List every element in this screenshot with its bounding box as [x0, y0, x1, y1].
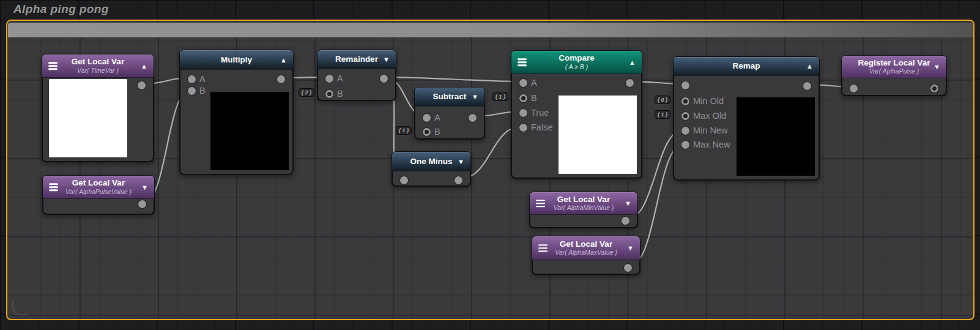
port-label: B [434, 127, 440, 137]
node-header[interactable]: Compare( A ≥ B )▲ [511, 51, 642, 73]
collapse-up-icon[interactable]: ▲ [806, 63, 813, 70]
node-remainder[interactable]: Remainder▼AB [317, 50, 396, 101]
collapse-down-icon[interactable]: ▼ [627, 245, 634, 252]
input-port-MaxOld[interactable] [681, 112, 689, 120]
port-label: Max New [693, 140, 730, 149]
menu-icon[interactable] [538, 242, 548, 253]
input-port-B[interactable] [325, 90, 333, 98]
menu-icon[interactable] [518, 57, 527, 68]
node-preview [737, 97, 815, 176]
collapse-down-icon[interactable]: ▼ [472, 94, 478, 100]
menu-icon[interactable] [536, 198, 545, 209]
node-get-local-var-alphamaxvalue[interactable]: Get Local VarVar( AlphaMaxValue )▼ [532, 236, 640, 275]
node-subtitle: Var( AlphaPulseValue ) [65, 189, 132, 196]
input-port-A[interactable] [188, 75, 196, 83]
input-port-in[interactable] [850, 84, 858, 92]
port-label: True [531, 108, 549, 118]
port-label: Min Old [693, 96, 724, 106]
input-port-MinOld[interactable] [681, 97, 689, 105]
output-port-out[interactable] [455, 176, 462, 184]
output-port-out[interactable] [930, 84, 938, 92]
input-port-MaxNew[interactable] [681, 141, 689, 149]
default-value-badge: ( 1 ) [396, 126, 412, 135]
port-label: B [531, 93, 537, 103]
node-compare[interactable]: Compare( A ≥ B )▲ABTrueFalse [511, 50, 642, 179]
node-title: Register Local Var [858, 58, 930, 68]
node-header[interactable]: Get Local VarVar( AlphaMaxValue )▼ [532, 236, 640, 260]
input-port-B[interactable] [519, 94, 527, 102]
port-label: A [199, 74, 206, 84]
output-port-out[interactable] [380, 75, 388, 83]
port-label: A [337, 73, 343, 83]
node-header[interactable]: Remap▲ [674, 57, 819, 75]
node-header[interactable]: Multiply▲ [180, 50, 293, 69]
output-port-out[interactable] [469, 114, 477, 122]
node-remap[interactable]: Remap▲Min OldMax OldMin NewMax New [673, 56, 820, 181]
node-title: Get Local Var [72, 57, 124, 67]
output-port-out[interactable] [622, 217, 629, 225]
collapse-down-icon[interactable]: ▼ [458, 158, 464, 165]
collapse-up-icon[interactable]: ▲ [629, 59, 636, 66]
input-port-in[interactable] [681, 81, 689, 89]
output-port-out[interactable] [626, 79, 634, 87]
menu-icon[interactable] [48, 61, 58, 72]
node-subtitle: Var( TimeVar ) [77, 67, 119, 75]
node-get-local-var-timevar[interactable]: Get Local VarVar( TimeVar )▲ [42, 54, 154, 162]
input-port-A[interactable] [325, 75, 333, 83]
collapse-down-icon[interactable]: ▼ [625, 200, 631, 207]
input-port-A[interactable] [423, 114, 431, 122]
output-port-out[interactable] [138, 200, 146, 208]
port-label: Max Old [693, 111, 726, 121]
collapse-down-icon[interactable]: ▼ [383, 56, 390, 63]
node-subtitle: Var( AlphaMinValue ) [554, 204, 614, 212]
node-header[interactable]: Register Local VarVar( AplhaPulse )▼ [842, 56, 946, 78]
port-label: A [434, 113, 440, 122]
default-value-badge: ( 0 ) [655, 96, 670, 104]
group-title: Alpha ping pong [13, 2, 109, 16]
default-value-badge: ( 2 ) [299, 88, 314, 97]
node-multiply[interactable]: Multiply▲AB [179, 50, 294, 175]
port-label: False [531, 122, 552, 132]
collapse-up-icon[interactable]: ▲ [141, 62, 147, 69]
node-title: Subtract [433, 92, 467, 102]
collapse-down-icon[interactable]: ▼ [934, 64, 940, 70]
input-port-A[interactable] [519, 79, 527, 87]
input-port-MinNew[interactable] [681, 127, 689, 135]
input-port-False[interactable] [519, 124, 527, 132]
output-port-out[interactable] [803, 82, 811, 90]
node-get-local-var-alphapulsevalue[interactable]: Get Local VarVar( AlphaPulseValue )▼ [42, 175, 155, 215]
node-title: Multiply [221, 55, 252, 65]
node-header[interactable]: Remainder▼ [317, 50, 396, 69]
node-subtitle: Var( AplhaPulse ) [869, 68, 919, 75]
node-header[interactable]: Get Local VarVar( AlphaMinValue )▼ [530, 192, 637, 214]
port-label: A [531, 78, 537, 88]
menu-icon[interactable] [49, 182, 58, 193]
node-get-local-var-alphaminvalue[interactable]: Get Local VarVar( AlphaMinValue )▼ [529, 192, 638, 228]
node-subtitle: ( A ≥ B ) [565, 64, 588, 71]
node-preview [559, 96, 637, 174]
input-port-in[interactable] [400, 176, 408, 184]
node-graph-canvas[interactable]: Alpha ping pong Get Local VarVar( TimeVa… [0, 0, 980, 330]
input-port-B[interactable] [188, 87, 196, 95]
input-port-True[interactable] [519, 109, 527, 117]
node-register-local-var[interactable]: Register Local VarVar( AplhaPulse )▼ [841, 55, 947, 96]
node-header[interactable]: One Minus▼ [392, 152, 470, 171]
node-header[interactable]: Get Local VarVar( TimeVar )▲ [42, 54, 154, 77]
collapse-up-icon[interactable]: ▲ [280, 56, 287, 63]
output-port-out[interactable] [624, 264, 632, 272]
node-preview [49, 79, 127, 157]
output-port-out[interactable] [138, 81, 146, 89]
port-label: B [199, 86, 206, 96]
node-title: Compare [559, 53, 595, 63]
node-header[interactable]: Subtract▼ [415, 88, 484, 106]
default-value-badge: ( 1 ) [492, 92, 508, 101]
node-subtract[interactable]: Subtract▼AB [414, 87, 485, 140]
output-port-out[interactable] [277, 75, 285, 83]
default-value-badge: ( 1 ) [655, 110, 670, 119]
input-port-B[interactable] [423, 128, 431, 136]
collapse-down-icon[interactable]: ▼ [141, 184, 148, 190]
node-one-minus[interactable]: One Minus▼ [392, 151, 471, 187]
node-title: Remap [732, 61, 760, 71]
node-header[interactable]: Get Local VarVar( AlphaPulseValue )▼ [43, 176, 154, 198]
node-title: Get Local Var [560, 239, 612, 249]
